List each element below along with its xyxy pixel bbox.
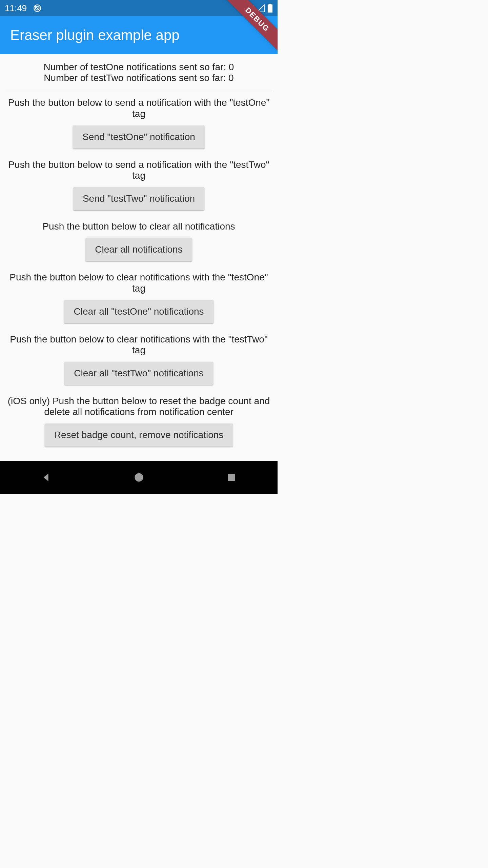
send-testone-button[interactable]: Send "testOne" notification [73, 125, 205, 149]
notification-counters: Number of testOne notifications sent so … [5, 60, 272, 90]
android-status-bar: 11:49 [0, 0, 278, 16]
reset-badge-button[interactable]: Reset badge count, remove notifications [45, 423, 233, 447]
nav-home-button[interactable] [131, 469, 147, 486]
section-clear-testtwo: Push the button below to clear notificat… [5, 334, 272, 385]
svg-rect-6 [228, 474, 235, 481]
do-not-disturb-icon [33, 4, 42, 13]
nav-back-button[interactable] [38, 469, 55, 486]
testtwo-counter-row: Number of testTwo notifications sent so … [5, 73, 272, 83]
divider [5, 91, 272, 91]
section-reset-badge: (iOS only) Push the button below to rese… [5, 396, 272, 447]
section-clear-testone: Push the button below to clear notificat… [5, 272, 272, 323]
app-title: Eraser plugin example app [10, 27, 180, 43]
section-clear-all: Push the button below to clear all notif… [5, 221, 272, 261]
testone-counter-value: 0 [229, 62, 234, 72]
svg-rect-3 [268, 4, 272, 13]
reset-badge-description: (iOS only) Push the button below to rese… [5, 396, 272, 417]
clear-testtwo-description: Push the button below to clear notificat… [5, 334, 272, 356]
nav-recents-button[interactable] [223, 469, 240, 486]
clear-testone-button[interactable]: Clear all "testOne" notifications [64, 300, 213, 323]
clear-testone-description: Push the button below to clear notificat… [5, 272, 272, 294]
status-time: 11:49 [5, 3, 27, 14]
testone-counter-label: Number of testOne notifications sent so … [44, 62, 229, 72]
clear-all-button[interactable]: Clear all notifications [85, 238, 192, 261]
battery-icon [267, 4, 273, 13]
testone-counter-row: Number of testOne notifications sent so … [5, 62, 272, 73]
testtwo-counter-label: Number of testTwo notifications sent so … [44, 73, 228, 83]
svg-rect-4 [269, 4, 271, 5]
send-testone-description: Push the button below to send a notifica… [5, 97, 272, 119]
svg-point-5 [135, 473, 143, 482]
send-testtwo-description: Push the button below to send a notifica… [5, 159, 272, 181]
section-send-testone: Push the button below to send a notifica… [5, 97, 272, 148]
testtwo-counter-value: 0 [228, 73, 234, 83]
send-testtwo-button[interactable]: Send "testTwo" notification [73, 187, 204, 210]
clear-testtwo-button[interactable]: Clear all "testTwo" notifications [64, 362, 213, 385]
android-nav-bar [0, 461, 278, 494]
section-send-testtwo: Push the button below to send a notifica… [5, 159, 272, 210]
app-bar: Eraser plugin example app [0, 16, 278, 54]
main-content: Number of testOne notifications sent so … [0, 54, 278, 461]
clear-all-description: Push the button below to clear all notif… [5, 221, 272, 232]
cell-signal-icon [257, 4, 265, 12]
wifi-icon [245, 4, 255, 12]
